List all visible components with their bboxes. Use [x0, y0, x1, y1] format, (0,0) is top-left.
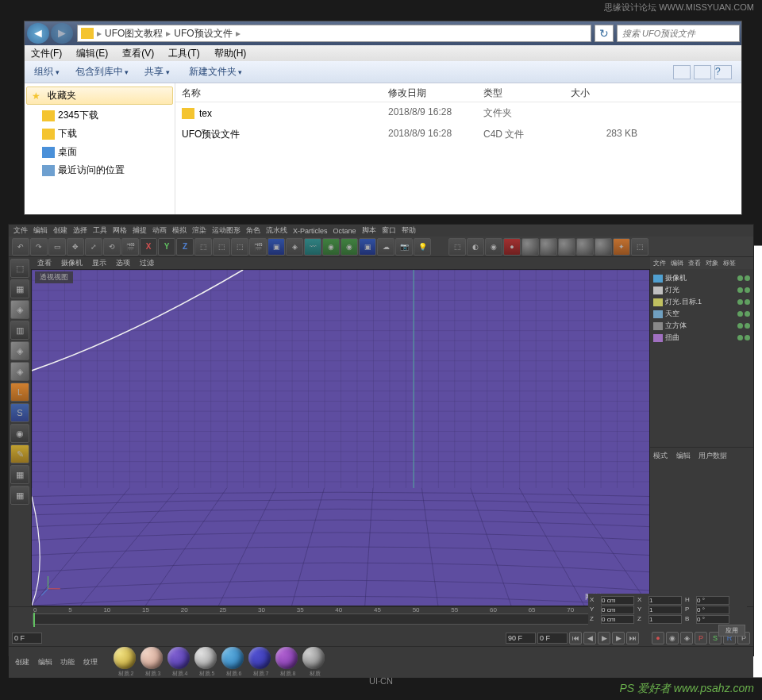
- tool-icon[interactable]: ⬚: [631, 238, 648, 256]
- menu-item[interactable]: 渲染: [192, 225, 206, 236]
- forward-button[interactable]: ►: [51, 23, 73, 44]
- vp-tab[interactable]: 显示: [92, 258, 106, 268]
- tool-icon[interactable]: ▦: [10, 465, 29, 484]
- sidebar-favorites[interactable]: ★收藏夹: [26, 87, 173, 105]
- object-row[interactable]: 灯光.目标.1: [653, 296, 750, 308]
- sphere-icon[interactable]: [540, 238, 557, 256]
- generator-icon[interactable]: ◉: [322, 238, 340, 256]
- tool-icon[interactable]: ✦: [613, 238, 630, 256]
- tool-icon[interactable]: ◉: [485, 238, 502, 256]
- breadcrumb[interactable]: UFO预设文件: [171, 27, 235, 40]
- generator-icon[interactable]: ◉: [341, 238, 358, 256]
- sphere-icon[interactable]: [595, 238, 612, 256]
- preview-pane-icon[interactable]: [694, 65, 711, 79]
- tab[interactable]: 用户数据: [698, 452, 727, 460]
- help-icon[interactable]: ?: [714, 65, 732, 79]
- light-icon[interactable]: 💡: [414, 238, 431, 256]
- menu-item[interactable]: X-Particles: [293, 227, 328, 235]
- tool-icon[interactable]: ◈: [10, 362, 29, 381]
- y-axis-icon[interactable]: Y: [158, 238, 175, 256]
- organize-button[interactable]: 组织: [34, 65, 60, 79]
- record-icon[interactable]: ●: [503, 238, 521, 256]
- tab[interactable]: 编辑: [671, 259, 683, 267]
- cube-primitive-icon[interactable]: ▣: [267, 238, 285, 256]
- render-icon[interactable]: 🎬: [249, 238, 267, 256]
- tool-icon[interactable]: ✎: [10, 444, 29, 463]
- menu-item[interactable]: 模拟: [172, 225, 187, 236]
- tab[interactable]: 纹理: [83, 658, 98, 666]
- menu-view[interactable]: 查看(V): [122, 47, 154, 60]
- menu-tools[interactable]: 工具(T): [168, 47, 199, 60]
- frame-start-input[interactable]: [12, 633, 42, 644]
- x-axis-icon[interactable]: X: [140, 238, 157, 256]
- sidebar-item[interactable]: 下载: [26, 125, 173, 143]
- object-row[interactable]: 天空: [653, 308, 750, 320]
- tool-icon[interactable]: ⬚: [10, 259, 29, 278]
- tab[interactable]: 查看: [688, 259, 701, 267]
- tool-icon[interactable]: ◈: [286, 238, 303, 256]
- col-name[interactable]: 名称: [175, 83, 382, 102]
- file-row[interactable]: UFO预设文件2018/8/9 16:28C4D 文件283 KB: [175, 124, 741, 145]
- tool-icon[interactable]: ▦: [10, 486, 29, 505]
- menu-item[interactable]: 脚本: [362, 225, 376, 236]
- menu-item[interactable]: 捕捉: [133, 225, 147, 236]
- tab[interactable]: 功能: [60, 658, 75, 666]
- polygon-tool-icon[interactable]: ◉: [10, 424, 29, 443]
- apply-button[interactable]: 应用: [718, 625, 745, 637]
- edge-tool-icon[interactable]: S: [10, 403, 29, 422]
- back-button[interactable]: ◄: [27, 23, 49, 44]
- tool-icon[interactable]: ⬚: [213, 238, 230, 256]
- goto-start-icon[interactable]: ⏮: [569, 632, 582, 644]
- viewport[interactable]: 透视视图: [31, 269, 650, 606]
- material-ball[interactable]: [167, 647, 190, 669]
- menu-edit[interactable]: 编辑(E): [76, 47, 108, 60]
- sidebar-item[interactable]: 2345下载: [26, 106, 173, 125]
- select-tool-icon[interactable]: ▭: [48, 238, 66, 256]
- menu-item[interactable]: 流水线: [266, 225, 287, 236]
- menu-file[interactable]: 文件(F): [31, 47, 62, 60]
- tab[interactable]: 模式: [653, 452, 668, 460]
- clapperboard-icon[interactable]: 🎬: [121, 238, 139, 256]
- menu-item[interactable]: 文件: [13, 225, 28, 236]
- tool-icon[interactable]: ▥: [10, 321, 29, 340]
- tool-icon[interactable]: ⬚: [194, 238, 212, 256]
- material-ball[interactable]: [221, 647, 244, 669]
- playhead[interactable]: [33, 613, 35, 627]
- sphere-icon[interactable]: [521, 238, 539, 256]
- sphere-icon[interactable]: [558, 238, 575, 256]
- col-size[interactable]: 大小: [564, 83, 644, 102]
- object-row[interactable]: 灯光: [653, 284, 750, 296]
- search-input[interactable]: [617, 25, 740, 42]
- object-tool-icon[interactable]: ◈: [10, 341, 29, 360]
- frame-end-input[interactable]: [506, 633, 536, 644]
- material-ball[interactable]: [275, 647, 298, 669]
- tab[interactable]: 编辑: [38, 658, 52, 666]
- vp-tab[interactable]: 查看: [37, 258, 52, 268]
- menu-item[interactable]: 选择: [73, 225, 87, 236]
- undo-icon[interactable]: ↶: [12, 238, 29, 256]
- menu-item[interactable]: 运动图形: [212, 225, 241, 236]
- sidebar-item[interactable]: 桌面: [26, 143, 173, 161]
- coord-p[interactable]: [696, 606, 729, 614]
- menu-item[interactable]: 编辑: [33, 225, 48, 236]
- material-ball[interactable]: [302, 647, 325, 669]
- material-ball[interactable]: [194, 647, 217, 669]
- sidebar-item[interactable]: 最近访问的位置: [26, 161, 173, 179]
- view-options-icon[interactable]: [673, 65, 691, 79]
- material-ball[interactable]: [114, 647, 136, 669]
- coord-x[interactable]: [601, 596, 634, 605]
- redo-icon[interactable]: ↷: [30, 238, 48, 256]
- rotate-tool-icon[interactable]: ⟲: [103, 238, 121, 256]
- tab[interactable]: 对象: [706, 259, 718, 267]
- material-ball[interactable]: [248, 647, 271, 669]
- tool-icon[interactable]: ◐: [467, 238, 484, 256]
- address-bar[interactable]: ▸ UFO图文教程 ▸ UFO预设文件 ▸: [77, 25, 591, 42]
- tool-icon[interactable]: ⬚: [231, 238, 248, 256]
- menu-item[interactable]: 工具: [93, 225, 107, 236]
- menu-item[interactable]: 窗口: [382, 225, 396, 236]
- scale-tool-icon[interactable]: ⤢: [85, 238, 102, 256]
- menu-item[interactable]: 帮助: [402, 225, 416, 236]
- object-row[interactable]: 立方体: [653, 320, 750, 332]
- col-date[interactable]: 修改日期: [382, 83, 477, 102]
- z-axis-icon[interactable]: Z: [176, 238, 194, 256]
